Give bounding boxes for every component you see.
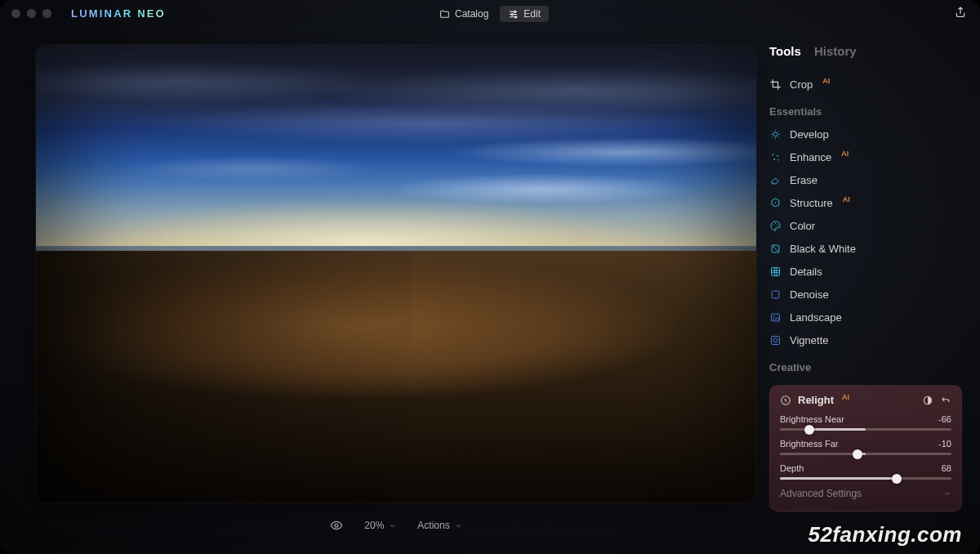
svg-point-0	[514, 11, 516, 12]
svg-rect-18	[772, 336, 780, 344]
ai-badge: AI	[842, 393, 849, 401]
mask-icon[interactable]	[922, 395, 933, 406]
image-canvas[interactable]	[36, 45, 756, 503]
mode-catalog[interactable]: Catalog	[431, 6, 497, 22]
slider-depth-label: Depth	[780, 463, 804, 473]
ai-badge: AI	[822, 77, 830, 85]
svg-point-1	[512, 13, 514, 15]
slider-track[interactable]	[780, 428, 951, 431]
eye-icon	[330, 519, 343, 532]
preview-toggle[interactable]	[330, 519, 343, 532]
box-icon	[769, 288, 782, 301]
svg-point-10	[773, 224, 773, 225]
mode-edit-label: Edit	[523, 8, 541, 20]
sun-icon	[769, 128, 782, 141]
tab-history[interactable]: History	[814, 44, 857, 58]
tool-develop[interactable]: Develop	[769, 123, 962, 145]
share-button[interactable]	[954, 6, 967, 22]
tool-color-label: Color	[790, 220, 815, 232]
canvas-area: 20% Actions	[0, 41, 764, 554]
svg-point-5	[772, 154, 773, 155]
slider-bfar[interactable]: Brightness Far-10	[780, 439, 951, 455]
canvas-bottombar: 20% Actions	[330, 514, 461, 537]
svg-point-19	[773, 338, 777, 342]
chevron-down-icon	[455, 522, 462, 529]
mode-edit[interactable]: Edit	[500, 6, 549, 22]
titlebar: LUMINAR NEO Catalog Edit	[0, 0, 980, 26]
svg-point-7	[773, 159, 775, 160]
tool-bw[interactable]: Black & White	[769, 237, 962, 260]
tool-landscape-label: Landscape	[790, 311, 842, 324]
relight-title: Relight	[798, 394, 834, 406]
tool-landscape[interactable]: Landscape	[769, 306, 962, 328]
tool-details-label: Details	[790, 266, 822, 278]
tool-color[interactable]: Color	[769, 214, 962, 237]
zoom-value: 20%	[364, 520, 384, 531]
share-icon	[954, 6, 967, 19]
crop-icon	[769, 78, 782, 91]
tab-tools[interactable]: Tools	[769, 44, 801, 58]
ai-badge: AI	[841, 150, 849, 158]
relight-advanced[interactable]: Advanced Settings	[780, 488, 951, 499]
tool-bw-label: Black & White	[790, 243, 856, 255]
sparkle-icon	[769, 151, 782, 163]
palette-icon	[769, 220, 782, 232]
slider-track[interactable]	[780, 453, 951, 455]
relight-icon	[780, 395, 791, 406]
slider-bnear-value: -66	[938, 414, 951, 424]
slider-bnear[interactable]: Brightness Near-66	[780, 414, 951, 431]
actions-label: Actions	[417, 520, 449, 531]
tool-crop[interactable]: Crop AI	[769, 73, 962, 96]
actions-dropdown[interactable]: Actions	[417, 520, 461, 531]
panel-tabs: Tools History	[769, 44, 962, 58]
right-panel: Tools History Crop AI Essentials Develop…	[764, 41, 980, 554]
tool-vignette[interactable]: Vignette	[769, 328, 962, 351]
section-essentials: Essentials	[769, 105, 962, 118]
svg-point-6	[777, 154, 778, 156]
tool-erase[interactable]: Erase	[769, 168, 962, 191]
slider-bfar-label: Brightness Far	[780, 439, 839, 449]
square-icon	[769, 243, 782, 255]
svg-point-11	[775, 222, 776, 223]
tool-details[interactable]: Details	[769, 260, 962, 283]
slider-thumb[interactable]	[892, 474, 902, 484]
tool-denoise[interactable]: Denoise	[769, 283, 962, 306]
tool-enhance-label: Enhance	[790, 151, 831, 163]
slider-track[interactable]	[780, 477, 951, 480]
tool-erase-label: Erase	[790, 174, 817, 186]
svg-point-8	[778, 159, 780, 160]
tool-vignette-label: Vignette	[790, 334, 828, 346]
mode-catalog-label: Catalog	[455, 8, 488, 20]
folder-icon	[439, 9, 450, 20]
app-window: LUMINAR NEO Catalog Edit	[0, 0, 980, 554]
image-icon	[769, 311, 782, 324]
svg-point-9	[775, 202, 777, 203]
slider-depth[interactable]: Depth68	[780, 463, 951, 480]
svg-rect-15	[772, 291, 779, 298]
app-brand: LUMINAR NEO	[71, 7, 166, 20]
circle-icon	[769, 334, 782, 346]
tool-structure[interactable]: StructureAI	[769, 191, 962, 214]
mode-switcher: Catalog Edit	[431, 6, 549, 22]
svg-point-17	[773, 315, 775, 317]
tool-enhance[interactable]: EnhanceAI	[769, 145, 962, 168]
traffic-zoom[interactable]	[42, 9, 51, 18]
svg-point-12	[777, 224, 777, 225]
svg-point-4	[773, 132, 777, 136]
chevron-down-icon	[943, 489, 951, 498]
tool-relight-panel: Relight AI Brightness Near-66Brightness …	[769, 385, 962, 512]
hex-icon	[769, 197, 782, 209]
slider-bfar-value: -10	[938, 439, 951, 449]
svg-rect-14	[772, 267, 780, 275]
tool-develop-label: Develop	[790, 128, 829, 141]
slider-depth-value: 68	[942, 463, 951, 473]
ai-badge: AI	[843, 195, 850, 203]
traffic-close[interactable]	[11, 9, 20, 18]
slider-thumb[interactable]	[804, 425, 814, 435]
slider-thumb[interactable]	[853, 449, 862, 459]
zoom-dropdown[interactable]: 20%	[364, 520, 396, 531]
traffic-minimize[interactable]	[27, 9, 36, 18]
window-controls	[11, 9, 51, 18]
tool-denoise-label: Denoise	[790, 288, 829, 301]
undo-icon[interactable]	[940, 395, 951, 406]
